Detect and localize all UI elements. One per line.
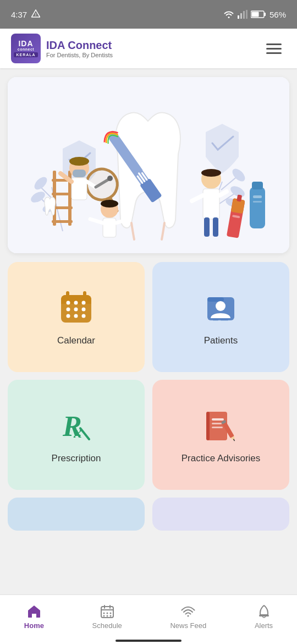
svg-point-102 <box>106 615 108 617</box>
patients-icon <box>202 288 240 326</box>
svg-point-75 <box>74 301 78 304</box>
card-calendar[interactable]: Calendar <box>8 262 145 372</box>
svg-text:x: x <box>73 423 82 441</box>
svg-rect-59 <box>250 187 265 228</box>
svg-rect-34 <box>52 220 73 223</box>
svg-point-79 <box>216 301 226 311</box>
svg-rect-61 <box>253 195 262 198</box>
logo-area: IDA connect KERALA IDA Connect For Denti… <box>11 34 113 63</box>
app-tagline: For Dentists, By Dentists <box>46 52 113 58</box>
svg-rect-52 <box>213 217 218 237</box>
hamburger-menu[interactable] <box>262 39 286 58</box>
svg-point-72 <box>74 314 78 318</box>
warning-icon: ! <box>31 9 40 20</box>
logo-ida: IDA <box>18 40 33 47</box>
newsfeed-icon <box>180 604 196 619</box>
advisories-icon <box>202 406 240 444</box>
svg-rect-62 <box>253 201 262 203</box>
card-patients-label: Patients <box>204 335 238 346</box>
hamburger-line-2 <box>266 48 282 50</box>
svg-rect-51 <box>204 217 210 237</box>
svg-rect-6 <box>264 13 266 16</box>
nav-item-schedule[interactable]: Schedule <box>84 602 131 632</box>
svg-rect-3 <box>243 11 245 19</box>
logo-title-area: IDA Connect For Dentists, By Dentists <box>46 39 113 58</box>
bottom-indicator <box>116 640 182 642</box>
app-logo: IDA connect KERALA <box>11 34 41 63</box>
alerts-icon <box>256 604 272 619</box>
partial-card-right[interactable] <box>152 498 289 531</box>
svg-rect-80 <box>213 319 218 321</box>
nav-label-schedule: Schedule <box>92 621 122 630</box>
logo-kerala: KERALA <box>14 52 37 57</box>
nav-item-alerts[interactable]: Alerts <box>246 602 282 632</box>
wifi-icon <box>223 10 234 19</box>
svg-point-41 <box>69 157 89 166</box>
svg-point-98 <box>103 613 105 614</box>
svg-point-73 <box>82 314 86 318</box>
time-display: 4:37 <box>11 10 27 19</box>
svg-point-69 <box>74 307 78 311</box>
svg-point-40 <box>107 176 113 181</box>
svg-point-49 <box>201 169 221 177</box>
nav-label-alerts: Alerts <box>255 621 273 630</box>
app-header: IDA connect KERALA IDA Connect For Denti… <box>0 29 297 68</box>
svg-rect-104 <box>259 615 269 616</box>
card-advisories[interactable]: Practice Advisories <box>152 380 289 490</box>
svg-point-99 <box>106 613 108 614</box>
battery-percent: 56% <box>270 10 286 19</box>
svg-point-71 <box>67 314 70 318</box>
svg-rect-1 <box>238 15 239 19</box>
app-name: IDA Connect <box>46 39 113 52</box>
hamburger-line-3 <box>266 52 282 54</box>
hero-banner <box>8 77 289 253</box>
calendar-icon <box>57 288 96 326</box>
card-prescription-label: Prescription <box>52 453 101 464</box>
signal-icon <box>238 10 248 19</box>
battery-icon <box>251 10 266 19</box>
schedule-icon <box>100 604 115 619</box>
card-calendar-label: Calendar <box>57 335 95 346</box>
card-advisories-label: Practice Advisories <box>176 453 266 464</box>
partial-cards <box>0 490 297 531</box>
svg-text:!: ! <box>35 13 36 17</box>
partial-card-left[interactable] <box>8 498 145 531</box>
svg-rect-60 <box>252 182 263 189</box>
status-left: 4:37 ! <box>11 9 40 20</box>
svg-point-70 <box>82 307 86 311</box>
status-bar: 4:37 ! 56% <box>0 0 297 29</box>
svg-point-101 <box>103 615 105 617</box>
nav-item-home[interactable]: Home <box>15 602 53 632</box>
bottom-navigation: Home Schedule <box>0 594 297 644</box>
nav-item-newsfeed[interactable]: News Feed <box>161 602 215 632</box>
svg-rect-67 <box>83 291 86 299</box>
logo-connect: connect <box>18 47 34 51</box>
nav-label-home: Home <box>24 621 44 630</box>
card-patients[interactable]: Patients <box>152 262 289 372</box>
dental-illustration <box>8 77 289 253</box>
svg-rect-86 <box>206 412 210 440</box>
svg-point-68 <box>67 307 70 311</box>
svg-rect-89 <box>212 427 223 428</box>
svg-rect-50 <box>203 189 219 219</box>
svg-point-100 <box>109 613 111 614</box>
svg-rect-78 <box>207 297 224 302</box>
svg-rect-88 <box>212 423 222 424</box>
card-prescription[interactable]: R x Prescription <box>8 380 145 490</box>
svg-rect-87 <box>212 418 224 421</box>
svg-rect-66 <box>66 291 69 299</box>
svg-rect-7 <box>251 12 258 17</box>
svg-rect-42 <box>73 170 86 177</box>
svg-rect-45 <box>103 218 116 237</box>
nav-label-newsfeed: News Feed <box>170 621 206 630</box>
svg-point-44 <box>101 200 118 208</box>
svg-point-74 <box>67 301 70 304</box>
status-right: 56% <box>223 10 286 19</box>
svg-point-103 <box>109 615 111 617</box>
svg-rect-4 <box>246 10 248 19</box>
prescription-icon: R x <box>57 406 96 444</box>
svg-rect-36 <box>72 178 87 200</box>
svg-rect-32 <box>52 193 73 195</box>
svg-rect-2 <box>240 13 242 19</box>
svg-point-76 <box>82 301 86 304</box>
